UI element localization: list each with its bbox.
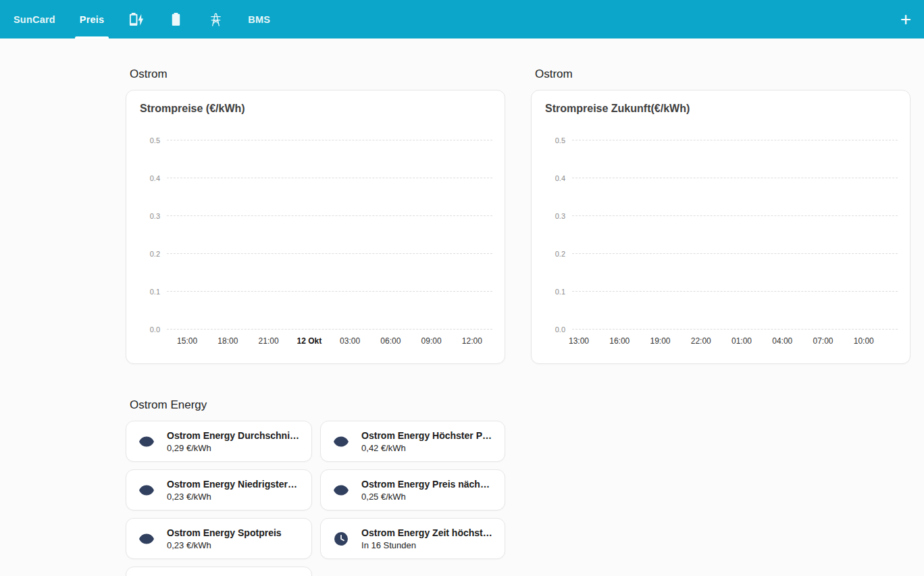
app-header: SunCard Preis BMS + <box>0 0 924 38</box>
y-tick-label: 0.1 <box>555 287 565 296</box>
price-chart-card: Strompreise (€/kWh) 0.00.10.20.30.40.5 1… <box>126 90 505 364</box>
y-tick-label: 0.0 <box>150 325 160 334</box>
entity-text: Ostrom Energy Zeit höchst…In 16 Stunden <box>361 527 492 550</box>
y-tick-label: 0.5 <box>555 136 565 145</box>
y-tick-label: 0.3 <box>555 211 565 221</box>
chart-plot <box>572 140 898 330</box>
entity-name: Ostrom Energy Preis näch… <box>361 479 490 490</box>
entity-value: 0,29 €/kWh <box>167 443 299 453</box>
eye-icon <box>333 482 349 498</box>
price-chart: 0.00.10.20.30.40.5 15:0018:0021:0012 Okt… <box>138 140 492 352</box>
x-tick-label: 21:00 <box>259 336 279 346</box>
entity-card[interactable]: Ostrom Energy Niedrigster…0,23 €/kWh <box>126 469 312 510</box>
x-tick-label: 10:00 <box>854 336 874 346</box>
bar-series <box>167 140 492 330</box>
entity-value: 0,23 €/kWh <box>167 492 297 502</box>
y-tick-label: 0.3 <box>150 211 160 221</box>
section-heading-ostrom-left: Ostrom <box>130 67 505 82</box>
entity-value: 0,23 €/kWh <box>167 540 282 550</box>
clock-icon <box>333 531 349 547</box>
chart-title: Strompreise Zukunft(€/kWh) <box>545 103 898 115</box>
x-tick-label: 15:00 <box>177 336 197 346</box>
entity-text: Ostrom Energy Durchschni…0,29 €/kWh <box>167 430 299 453</box>
tab-bms-label: BMS <box>248 14 270 25</box>
transmission-tower-icon <box>208 11 224 27</box>
tab-suncard-label: SunCard <box>14 14 55 25</box>
x-tick-label: 03:00 <box>340 336 360 346</box>
y-tick-label: 0.5 <box>150 136 160 145</box>
entity-name: Ostrom Energy Niedrigster… <box>167 479 297 490</box>
x-tick-label: 09:00 <box>421 336 442 346</box>
x-tick-label: 12 Okt <box>297 336 322 346</box>
battery-charging-icon <box>128 11 144 27</box>
x-axis-labels: 13:0016:0019:0022:0001:0004:0007:0010:00 <box>572 336 898 352</box>
entity-value: 0,42 €/kWh <box>361 443 492 453</box>
eye-icon <box>138 434 155 450</box>
y-tick-label: 0.2 <box>555 249 565 259</box>
entity-card[interactable]: Ostrom Energy Durchschni…0,29 €/kWh <box>126 421 312 462</box>
y-tick-label: 0.4 <box>150 174 160 183</box>
chart-title: Strompreise (€/kWh) <box>140 103 492 115</box>
entity-card[interactable]: Ostrom Energy Spotpreis0,23 €/kWh <box>126 518 312 559</box>
tab-transmission-tower[interactable] <box>196 0 236 38</box>
x-tick-label: 19:00 <box>650 336 671 346</box>
x-tick-label: 06:00 <box>380 336 401 346</box>
future-price-chart: 0.00.10.20.30.40.5 13:0016:0019:0022:000… <box>544 140 898 352</box>
tab-battery-charging[interactable] <box>116 0 156 38</box>
entity-text: Ostrom Energy Niedrigster…0,23 €/kWh <box>167 479 297 502</box>
y-tick-label: 0.4 <box>555 174 565 183</box>
y-tick-label: 0.0 <box>555 325 565 334</box>
energy-grid: Ostrom Energy Durchschni…0,29 €/kWhOstro… <box>126 421 505 576</box>
x-tick-label: 13:00 <box>569 336 589 346</box>
entity-value: 0,25 €/kWh <box>361 492 490 502</box>
dashboard-view: Ostrom Strompreise (€/kWh) 0.00.10.20.30… <box>0 38 924 576</box>
y-axis-labels: 0.00.10.20.30.40.5 <box>544 140 567 330</box>
future-price-chart-card: Strompreise Zukunft(€/kWh) 0.00.10.20.30… <box>531 90 910 364</box>
entity-card[interactable]: Ostrom Energy Zeit höchst…In 16 Stunden <box>320 518 505 559</box>
entity-name: Ostrom Energy Zeit höchst… <box>361 527 492 538</box>
x-tick-label: 18:00 <box>217 336 238 346</box>
section-heading-ostrom-right: Ostrom <box>535 67 910 82</box>
header-spacer <box>282 0 888 38</box>
entity-name: Ostrom Energy Spotpreis <box>167 527 282 538</box>
section-heading-ostrom-energy: Ostrom Energy <box>130 398 505 413</box>
y-tick-label: 0.1 <box>150 287 160 296</box>
x-tick-label: 16:00 <box>609 336 630 346</box>
left-column: Ostrom Strompreise (€/kWh) 0.00.10.20.30… <box>126 67 505 576</box>
entity-text: Ostrom Energy Preis näch…0,25 €/kWh <box>361 479 490 502</box>
add-button[interactable]: + <box>888 0 924 38</box>
entity-name: Ostrom Energy Durchschni… <box>167 430 299 441</box>
eye-icon <box>333 434 349 450</box>
entity-text: Ostrom Energy Höchster P…0,42 €/kWh <box>361 430 492 453</box>
x-tick-label: 22:00 <box>691 336 711 346</box>
tab-bms[interactable]: BMS <box>236 0 282 38</box>
tab-suncard[interactable]: SunCard <box>1 0 68 38</box>
entity-text: Ostrom Energy Spotpreis0,23 €/kWh <box>167 527 282 550</box>
entity-name: Ostrom Energy Höchster P… <box>361 430 492 441</box>
eye-icon <box>138 531 155 547</box>
right-column: Ostrom Strompreise Zukunft(€/kWh) 0.00.1… <box>531 67 910 576</box>
eye-icon <box>138 482 155 498</box>
y-axis-labels: 0.00.10.20.30.40.5 <box>138 140 161 330</box>
entity-value: In 16 Stunden <box>361 540 492 550</box>
x-axis-labels: 15:0018:0021:0012 Okt03:0006:0009:0012:0… <box>167 336 492 352</box>
entity-card[interactable]: Ostrom Energy Höchster P…0,42 €/kWh <box>320 421 505 462</box>
bar-series <box>572 140 898 330</box>
x-tick-label: 07:00 <box>813 336 833 346</box>
tab-battery[interactable] <box>156 0 196 38</box>
x-tick-label: 01:00 <box>732 336 752 346</box>
chart-plot <box>167 140 492 330</box>
battery-icon <box>168 11 184 27</box>
entity-card-partial[interactable] <box>126 567 312 576</box>
entity-card[interactable]: Ostrom Energy Preis näch…0,25 €/kWh <box>320 469 505 510</box>
tab-preis-label: Preis <box>80 14 104 25</box>
x-tick-label: 04:00 <box>772 336 792 346</box>
tab-preis[interactable]: Preis <box>68 0 116 38</box>
tab-bar: SunCard Preis BMS <box>0 0 282 38</box>
x-tick-label: 12:00 <box>462 336 482 346</box>
y-tick-label: 0.2 <box>150 249 160 259</box>
